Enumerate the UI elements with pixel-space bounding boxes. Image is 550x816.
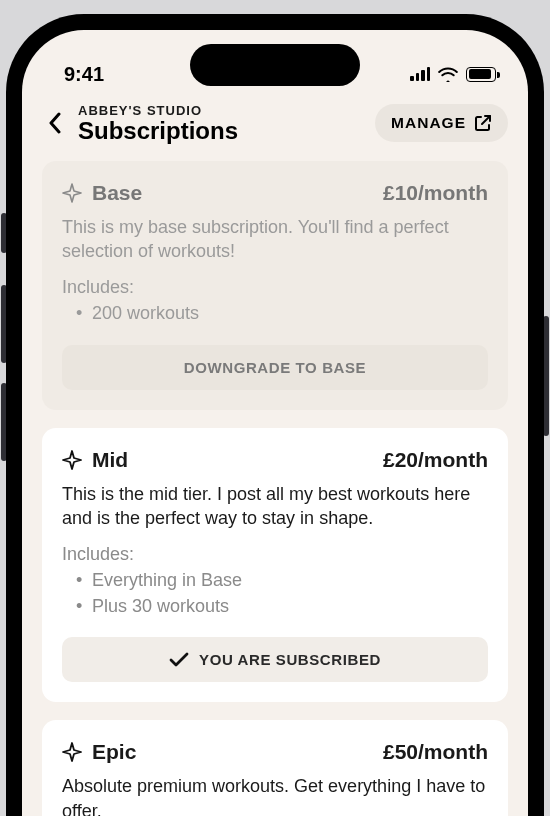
includes-item: Everything in Base — [76, 567, 488, 593]
tier-desc: This is the mid tier. I post all my best… — [62, 482, 488, 531]
downgrade-button[interactable]: DOWNGRADE TO BASE — [62, 345, 488, 390]
tier-card-base: Base £10/month This is my base subscript… — [42, 161, 508, 410]
chevron-left-icon — [48, 112, 62, 134]
tier-name: Mid — [92, 448, 128, 472]
studio-name: ABBEY'S STUDIO — [78, 104, 238, 118]
page-title: Subscriptions — [78, 118, 238, 143]
tier-name: Base — [92, 181, 142, 205]
tier-price: £50/month — [383, 740, 488, 764]
battery-icon — [466, 67, 496, 82]
notch — [190, 44, 360, 86]
tier-desc: This is my base subscription. You'll fin… — [62, 215, 488, 264]
sparkle-icon — [62, 742, 82, 762]
subscribed-button[interactable]: YOU ARE SUBSCRIBED — [62, 637, 488, 682]
includes-list: 200 workouts — [62, 300, 488, 326]
page-header: ABBEY'S STUDIO Subscriptions MANAGE — [42, 104, 508, 143]
cta-label: YOU ARE SUBSCRIBED — [199, 651, 381, 668]
screen: 9:41 — [22, 30, 528, 816]
tier-card-epic: Epic £50/month Absolute premium workouts… — [42, 720, 508, 816]
tier-name: Epic — [92, 740, 136, 764]
tier-price: £10/month — [383, 181, 488, 205]
sparkle-icon — [62, 450, 82, 470]
check-icon — [169, 652, 189, 668]
manage-button[interactable]: MANAGE — [375, 104, 508, 142]
includes-item: 200 workouts — [76, 300, 488, 326]
tier-desc: Absolute premium workouts. Get everythin… — [62, 774, 488, 816]
back-button[interactable] — [42, 110, 68, 136]
includes-label: Includes: — [62, 544, 488, 565]
cta-label: DOWNGRADE TO BASE — [184, 359, 366, 376]
tier-price: £20/month — [383, 448, 488, 472]
includes-label: Includes: — [62, 277, 488, 298]
includes-item: Plus 30 workouts — [76, 593, 488, 619]
wifi-icon — [438, 67, 458, 82]
phone-frame: 9:41 — [6, 14, 544, 816]
manage-label: MANAGE — [391, 114, 466, 132]
sparkle-icon — [62, 183, 82, 203]
tier-card-mid: Mid £20/month This is the mid tier. I po… — [42, 428, 508, 703]
includes-list: Everything in Base Plus 30 workouts — [62, 567, 488, 619]
status-icons — [410, 67, 496, 82]
external-link-icon — [474, 114, 492, 132]
signal-icon — [410, 67, 430, 81]
status-time: 9:41 — [64, 63, 104, 86]
